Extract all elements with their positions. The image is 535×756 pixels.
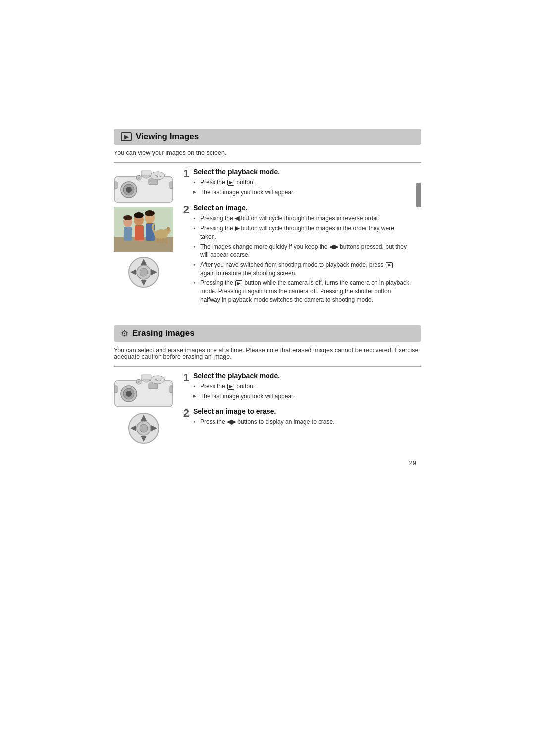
bullet-item: The images change more quickly if you ke… xyxy=(193,243,409,259)
estep-1-number: 1 xyxy=(180,372,189,402)
step-1-content: Select the playback mode. Press the ▶ bu… xyxy=(193,168,409,198)
viewing-intro: You can view your images on the screen. xyxy=(114,150,421,156)
group-photo-image xyxy=(114,207,173,253)
bullet-item: The last image you took will appear. xyxy=(193,188,409,197)
step-1-number: 1 xyxy=(180,168,189,198)
viewing-step-1: 1 Select the playback mode. Press the ▶ … xyxy=(180,168,409,198)
estep-1-title: Select the playback mode. xyxy=(193,372,421,380)
svg-rect-52 xyxy=(141,375,151,380)
svg-text:AUTO: AUTO xyxy=(155,378,161,381)
step-1-title: Select the playback mode. xyxy=(193,168,409,176)
playback-mode-icon: ▶ xyxy=(121,132,132,141)
bullet-item: The last image you took will appear. xyxy=(193,392,421,401)
section-divider-2 xyxy=(114,366,421,367)
bullet-item: Press the ▶ button. xyxy=(193,382,421,391)
svg-rect-10 xyxy=(114,182,117,189)
bullet-item: After you have switched from shooting mo… xyxy=(193,261,409,278)
svg-point-9 xyxy=(138,177,140,179)
viewing-images-col: AUTO xyxy=(114,168,173,311)
erasing-section: ⚙ Erasing Images You can select and eras… xyxy=(114,325,421,446)
bullet-item: Press the ◀▶ buttons to display an image… xyxy=(193,418,421,426)
svg-rect-32 xyxy=(165,238,167,243)
svg-rect-12 xyxy=(141,171,151,176)
svg-point-23 xyxy=(145,210,155,216)
nav-button-image xyxy=(114,255,173,290)
svg-rect-31 xyxy=(162,238,164,243)
svg-rect-50 xyxy=(114,386,117,393)
erasing-step-2: 2 Select an image to erase. Press the ◀▶… xyxy=(180,407,421,428)
svg-text:AUTO: AUTO xyxy=(155,174,161,177)
bullet-item: Press the ▶ button. xyxy=(193,178,409,187)
svg-point-3 xyxy=(126,187,132,193)
section-divider xyxy=(114,162,421,163)
step-2-content: Select an image. Pressing the ◀ button w… xyxy=(193,204,409,305)
erasing-images-col: AUTO xyxy=(114,372,173,446)
svg-point-28 xyxy=(167,227,170,231)
nav-button-image-2 xyxy=(114,411,173,446)
erasing-step-1: 1 Select the playback mode. Press the ▶ … xyxy=(180,372,421,402)
right-arrow-icon: ▶ xyxy=(235,225,239,232)
lr-arrows-icon: ◀▶ xyxy=(329,243,338,250)
viewing-steps-col: 1 Select the playback mode. Press the ▶ … xyxy=(180,168,409,311)
estep-2-title: Select an image to erase. xyxy=(193,407,421,415)
erasing-header: ⚙ Erasing Images xyxy=(114,325,421,342)
viewing-step-2: 2 Select an image. Pressing the ◀ button… xyxy=(180,204,409,305)
erase-mode-icon: ⚙ xyxy=(121,328,128,339)
page-number: 29 xyxy=(114,459,421,467)
bullet-item: Pressing the ◀ button will cycle through… xyxy=(193,214,409,223)
svg-rect-11 xyxy=(170,182,173,189)
playback-btn-icon: ▶ xyxy=(227,180,234,186)
estep-2-number: 2 xyxy=(180,407,189,428)
svg-point-35 xyxy=(140,268,148,276)
viewing-title: Viewing Images xyxy=(136,132,199,142)
svg-rect-16 xyxy=(124,227,132,241)
svg-rect-29 xyxy=(157,238,159,243)
viewing-content-row: AUTO xyxy=(114,168,421,311)
svg-rect-19 xyxy=(135,225,144,240)
playback-btn-icon-2: ▶ xyxy=(386,262,393,268)
erasing-content-row: AUTO xyxy=(114,372,421,446)
estep-1-bullets: Press the ▶ button. The last image you t… xyxy=(193,382,421,401)
estep-1-content: Select the playback mode. Press the ▶ bu… xyxy=(193,372,421,402)
bullet-item: Pressing the ▶ button will cycle through… xyxy=(193,224,409,241)
estep-2-bullets: Press the ◀▶ buttons to display an image… xyxy=(193,418,421,426)
svg-rect-30 xyxy=(160,238,161,243)
svg-point-17 xyxy=(123,215,132,220)
camera-image-2: AUTO xyxy=(114,372,173,409)
playback-btn-icon-e1: ▶ xyxy=(227,384,234,390)
erasing-title: Erasing Images xyxy=(132,328,195,338)
step-1-bullets: Press the ▶ button. The last image you t… xyxy=(193,178,409,197)
step-2-number: 2 xyxy=(180,204,189,305)
viewing-section: ▶ Viewing Images You can view your image… xyxy=(114,129,421,311)
step-2-title: Select an image. xyxy=(193,204,409,212)
lr-arrows-icon-2: ◀▶ xyxy=(227,419,236,426)
camera-image: AUTO xyxy=(114,168,173,205)
bullet-item: Pressing the ▶ button while the camera i… xyxy=(193,279,409,303)
svg-point-55 xyxy=(140,424,148,432)
estep-2-content: Select an image to erase. Press the ◀▶ b… xyxy=(193,407,421,428)
svg-rect-51 xyxy=(170,386,173,393)
erasing-intro: You can select and erase images one at a… xyxy=(114,347,421,360)
accent-bar xyxy=(416,183,421,207)
left-arrow-icon: ◀ xyxy=(235,215,239,222)
step-2-bullets: Pressing the ◀ button will cycle through… xyxy=(193,214,409,304)
erasing-steps-col: 1 Select the playback mode. Press the ▶ … xyxy=(180,372,421,446)
svg-point-49 xyxy=(138,381,140,383)
svg-point-20 xyxy=(134,212,144,218)
svg-point-43 xyxy=(126,391,132,397)
viewing-header: ▶ Viewing Images xyxy=(114,129,421,145)
playback-btn-icon-3: ▶ xyxy=(235,280,242,286)
